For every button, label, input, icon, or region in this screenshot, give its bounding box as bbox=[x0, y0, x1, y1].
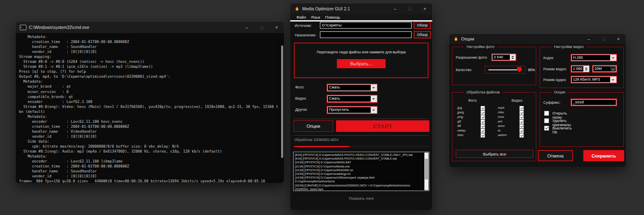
maximize-icon[interactable]: □ bbox=[254, 22, 269, 33]
terminal-titlebar[interactable]: >_ C:\Windows\system32\cmd.exe – □ × bbox=[16, 22, 284, 33]
source-browse-button[interactable]: Обзор bbox=[414, 22, 431, 29]
suffix-input[interactable]: _sized bbox=[571, 98, 617, 106]
file-processing-group: Обработка файлов Фото Видео .jpg .jpeg .… bbox=[452, 92, 536, 161]
show-logs-link[interactable]: Показать логи bbox=[290, 196, 432, 201]
extension-checkbox[interactable] bbox=[519, 115, 524, 119]
destination-input[interactable] bbox=[320, 31, 412, 38]
maximize-icon[interactable]: □ bbox=[596, 34, 611, 44]
dropdown-arrow-icon[interactable] bbox=[371, 96, 376, 102]
extension-label: .jpg bbox=[457, 106, 462, 110]
menu-file[interactable]: Файл bbox=[294, 15, 308, 19]
choose-files-button[interactable]: Выбрать... bbox=[337, 59, 386, 68]
start-button[interactable]: СТАРТ bbox=[336, 120, 429, 132]
extension-checkbox[interactable] bbox=[481, 133, 485, 138]
option-checkbox[interactable] bbox=[544, 111, 549, 116]
extension-checkbox[interactable] bbox=[519, 124, 524, 129]
progress-bar bbox=[294, 146, 429, 147]
optimizer-window: Media Optimizer GUI 2.1 – □ × Файл Язык … bbox=[290, 3, 432, 210]
source-input[interactable]: D:\Скрипты bbox=[320, 22, 412, 29]
video-settings-group: Настройки видео Кодек H.265 Режим видео … bbox=[540, 47, 624, 88]
option-checkbox[interactable] bbox=[544, 118, 549, 123]
extension-label: .avi bbox=[497, 119, 502, 123]
slider-thumb[interactable] bbox=[517, 67, 521, 72]
source-label: Источник: bbox=[295, 24, 312, 28]
extension-label: .mkv bbox=[497, 110, 504, 114]
save-button[interactable]: Сохранить bbox=[583, 150, 624, 161]
destination-browse-button[interactable]: Обзор bbox=[414, 31, 431, 38]
file-extension-row: .webm bbox=[497, 133, 533, 138]
minimize-icon[interactable]: – bbox=[388, 3, 402, 14]
cmd-icon: >_ bbox=[20, 25, 26, 30]
misc-options-group-title: Опции bbox=[552, 90, 568, 94]
extension-checkbox[interactable] bbox=[481, 124, 485, 129]
close-icon[interactable]: × bbox=[417, 3, 432, 14]
dropdown-arrow-icon[interactable] bbox=[371, 85, 376, 91]
separator bbox=[294, 119, 429, 119]
extension-label: .webm bbox=[497, 133, 507, 137]
photo-quality-slider[interactable] bbox=[485, 66, 526, 74]
optimizer-titlebar[interactable]: Media Optimizer GUI 2.1 – □ × bbox=[290, 3, 432, 14]
extension-checkbox[interactable] bbox=[519, 133, 524, 138]
options-titlebar[interactable]: Опции – □ × bbox=[449, 34, 626, 44]
file-extension-row: .ts bbox=[497, 129, 533, 133]
menu-help[interactable]: Помощь bbox=[323, 15, 343, 19]
extension-checkbox[interactable] bbox=[519, 110, 524, 115]
log-scrollbar[interactable] bbox=[424, 153, 429, 190]
extension-checkbox[interactable] bbox=[481, 110, 485, 115]
codec-select[interactable]: H.265 bbox=[571, 54, 617, 62]
video-mode-spinner[interactable]: 1 080 bbox=[571, 65, 590, 73]
other-action-select[interactable]: Пропустить bbox=[327, 106, 378, 114]
options-button[interactable]: Опции bbox=[294, 120, 333, 132]
file-extension-row: .png bbox=[457, 115, 492, 119]
misc-options-group: Опции Суффикс: _sized Открыть папку Удал… bbox=[540, 92, 624, 147]
extension-label: .tiff bbox=[457, 124, 461, 128]
bitrate-select[interactable]: 20M bbox=[592, 65, 617, 73]
file-extension-row: .jpeg bbox=[457, 110, 492, 115]
option-checkbox[interactable] bbox=[544, 126, 549, 131]
cancel-button[interactable]: Отмена bbox=[538, 150, 573, 161]
option-checkbox-label: Удалить оригиналы bbox=[552, 119, 571, 127]
option-checkbox-label: Выключить ПК bbox=[552, 126, 572, 134]
close-icon[interactable]: × bbox=[611, 34, 626, 44]
chevron-down-icon[interactable] bbox=[610, 66, 616, 72]
minimize-icon[interactable]: – bbox=[581, 34, 596, 44]
dropdown-arrow-icon[interactable] bbox=[610, 77, 616, 82]
dropdown-arrow-icon[interactable] bbox=[610, 55, 616, 60]
terminal-scrollbar-thumb[interactable] bbox=[281, 45, 283, 158]
spinner-arrows-icon[interactable] bbox=[583, 66, 589, 72]
menu-language[interactable]: Язык bbox=[308, 15, 322, 19]
file-dropzone[interactable]: Перетащите сюда файлы или нажмите для вы… bbox=[294, 43, 429, 78]
spinner-arrows-icon[interactable] bbox=[510, 55, 515, 60]
app-flame-icon bbox=[294, 6, 300, 12]
log-box[interactable]: [8/34] [ПРОПУСК] D:\Скрипты\MASS-PHOTO-V… bbox=[293, 152, 429, 191]
close-icon[interactable]: × bbox=[269, 22, 284, 33]
extension-checkbox[interactable] bbox=[481, 129, 485, 133]
photo-action-select[interactable]: Сжать bbox=[327, 84, 378, 92]
extension-checkbox[interactable] bbox=[481, 106, 485, 110]
extension-checkbox[interactable] bbox=[519, 119, 524, 124]
extension-checkbox[interactable] bbox=[481, 119, 485, 124]
slider-track[interactable] bbox=[488, 69, 522, 70]
suffix-label: Суффикс: bbox=[543, 100, 561, 105]
log-output: [8/34] [ПРОПУСК] D:\Скрипты\MASS-PHOTO-V… bbox=[294, 152, 429, 191]
terminal-window: >_ C:\Windows\system32\cmd.exe – □ × Met… bbox=[16, 22, 284, 183]
optimizer-title: Media Optimizer GUI 2.1 bbox=[302, 6, 350, 11]
extension-label: .png bbox=[457, 115, 463, 119]
extension-checkbox[interactable] bbox=[519, 129, 524, 133]
select-all-button[interactable]: Выбрать все bbox=[456, 150, 533, 158]
dropdown-arrow-icon[interactable] bbox=[371, 107, 376, 113]
photo-resolution-label: Разрешение фото bbox=[456, 55, 487, 60]
minimize-icon[interactable]: – bbox=[239, 22, 254, 33]
audio-mode-select[interactable]: 128 Кбит/с MP3 bbox=[571, 76, 617, 84]
video-column-header: Видео bbox=[511, 98, 522, 103]
extension-checkbox[interactable] bbox=[519, 106, 524, 110]
file-extension-row: .gif bbox=[457, 119, 492, 124]
extension-checkbox[interactable] bbox=[481, 115, 485, 119]
photo-settings-group: Настройки фото Разрешение фото 2 640 Кач… bbox=[452, 47, 536, 85]
video-extensions-column: .mp4 .mkv .mov .avi .wmv .ts bbox=[497, 106, 533, 138]
file-extension-row: .avi bbox=[497, 119, 533, 124]
video-action-select[interactable]: Сжать bbox=[327, 95, 378, 103]
photo-resolution-spinner[interactable]: 2 640 bbox=[491, 53, 516, 61]
log-scrollbar-thumb[interactable] bbox=[425, 159, 428, 179]
maximize-icon[interactable]: □ bbox=[402, 3, 417, 14]
